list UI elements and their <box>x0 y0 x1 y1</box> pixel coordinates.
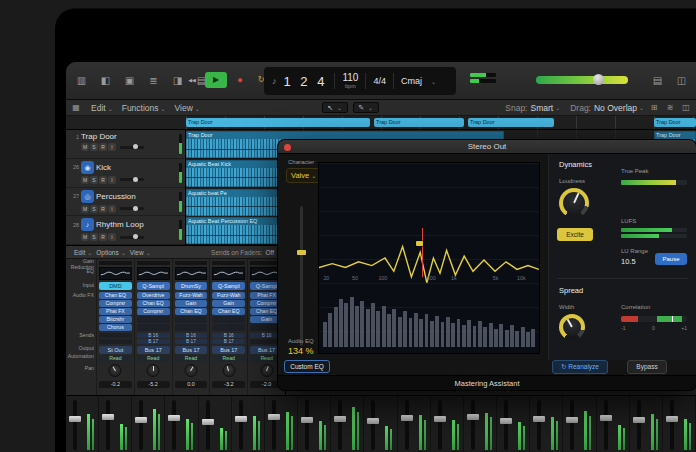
playhead-position[interactable]: 1 2 4 <box>284 74 328 89</box>
fader-handle[interactable] <box>566 417 578 423</box>
track-header[interactable]: 26◉KickMSRI <box>66 159 185 188</box>
menu-edit[interactable]: Edit⌄ <box>91 103 113 113</box>
eq-thumbnail[interactable] <box>99 267 132 280</box>
fader-handle[interactable] <box>434 416 446 422</box>
lcd-display[interactable]: ♪ 1 2 4 110 bpm 4/4 Cmaj ⌄ <box>264 67 456 95</box>
eq-amount-slider[interactable] <box>300 206 303 346</box>
slider-handle[interactable] <box>133 234 138 239</box>
fx-slot[interactable]: Chan EQ <box>175 308 208 315</box>
slider-handle[interactable] <box>133 177 138 182</box>
time-signature[interactable]: 4/4 <box>373 76 386 86</box>
menu-view[interactable]: View⌄ <box>130 249 151 256</box>
send-slot[interactable] <box>99 333 132 338</box>
fx-slot[interactable]: Chan EQ <box>99 292 132 299</box>
tempo-display[interactable]: 110 bpm <box>342 73 358 90</box>
fx-slot[interactable]: Bitcrshr <box>99 316 132 323</box>
output-slot[interactable]: Bus 17 <box>212 346 245 354</box>
master-volume-slider[interactable] <box>536 76 628 84</box>
fx-slot[interactable] <box>212 324 245 331</box>
fader-handle[interactable] <box>666 416 678 422</box>
fx-slot[interactable] <box>137 316 170 323</box>
input-monitor-button[interactable]: I <box>108 233 116 241</box>
timeline-ruler[interactable]: Trap DoorTrap DoorTrap DoorTrap Door <box>66 116 696 130</box>
pan-knob[interactable] <box>260 364 273 377</box>
automation-slot[interactable]: Read <box>99 355 132 362</box>
channel-strip[interactable]: Q-SamplOverdriveChan EQComprsrB 16B 17Bu… <box>134 259 172 396</box>
fx-slot[interactable]: Overdrive <box>137 292 170 299</box>
fx-slot[interactable] <box>212 316 245 323</box>
slider-handle[interactable] <box>133 206 138 211</box>
waveform-zoom-icon[interactable]: ≋ <box>664 101 676 115</box>
track-header[interactable]: 1Trap DoorMSRI <box>66 130 185 159</box>
browser-icon[interactable]: ◫ <box>674 74 689 88</box>
mixer-channel[interactable] <box>66 396 99 452</box>
record-enable-button[interactable]: R <box>99 176 107 184</box>
input-monitor-button[interactable]: I <box>108 143 116 151</box>
audio-eq-value[interactable]: 134 % <box>288 346 314 356</box>
arrangement-marker[interactable]: Trap Door <box>374 118 464 127</box>
fader-handle[interactable] <box>202 419 214 425</box>
slider-handle[interactable] <box>593 74 604 85</box>
menu-options[interactable]: Options⌄ <box>96 249 125 256</box>
mixer-channel[interactable] <box>398 396 431 452</box>
send-slot[interactable]: B 17 <box>212 339 245 344</box>
snap-select[interactable]: Smart <box>530 103 553 113</box>
send-slot[interactable]: B 16 <box>175 333 208 338</box>
fx-slot[interactable] <box>137 324 170 331</box>
fader-handle[interactable] <box>467 414 479 420</box>
fader-handle[interactable] <box>533 416 545 422</box>
excite-button[interactable]: Excite <box>557 228 593 241</box>
width-knob[interactable] <box>559 314 585 340</box>
solo-button[interactable]: S <box>90 233 98 241</box>
pan-knob[interactable] <box>147 364 160 377</box>
mute-button[interactable]: M <box>81 205 89 213</box>
arrangement-marker[interactable]: Trap Door <box>186 118 370 127</box>
mixer-channel[interactable] <box>530 396 563 452</box>
solo-button[interactable]: S <box>90 143 98 151</box>
mixer-channel[interactable] <box>497 396 530 452</box>
fader-handle[interactable] <box>168 415 180 421</box>
record-enable-button[interactable]: R <box>99 233 107 241</box>
fader-handle[interactable] <box>367 418 379 424</box>
mixer-channel[interactable] <box>165 396 198 452</box>
fx-slot[interactable] <box>175 316 208 323</box>
automation-slot[interactable]: Read <box>175 355 208 362</box>
reanalyze-button[interactable]: ↻ Reanalyze <box>552 360 608 374</box>
mute-button[interactable]: M <box>81 176 89 184</box>
fx-slot[interactable]: Comprsr <box>99 300 132 307</box>
bypass-button[interactable]: Bypass <box>627 360 667 374</box>
send-slot[interactable]: B 16 <box>137 333 170 338</box>
automation-slot[interactable]: Read <box>137 355 170 362</box>
play-button[interactable]: ▶ <box>205 72 227 88</box>
send-slot[interactable] <box>99 339 132 344</box>
mixer-channel[interactable] <box>431 396 464 452</box>
drag-select[interactable]: No Overlap <box>594 103 637 113</box>
fader-handle[interactable] <box>69 416 81 422</box>
menu-functions[interactable]: Functions⌄ <box>122 103 166 113</box>
solo-button[interactable]: S <box>90 205 98 213</box>
pan-knob[interactable] <box>222 364 235 377</box>
channel-strip[interactable]: Q-SamplFuzz-WahGainChan EQB 16B 17Bus 17… <box>209 259 247 396</box>
mixer-channel[interactable] <box>663 396 696 452</box>
fader-handle[interactable] <box>102 414 114 420</box>
browser-icon[interactable]: ◫ <box>680 101 692 115</box>
fader-handle[interactable] <box>401 415 413 421</box>
sends-on-faders-select[interactable]: Off <box>265 249 274 256</box>
arrangement-marker[interactable]: Trap Door <box>654 118 696 127</box>
channel-strip[interactable]: DMDChan EQComprsrPhat FXBitcrshrChorusSt… <box>96 259 134 396</box>
output-slot[interactable]: St Out <box>99 346 132 354</box>
fx-slot[interactable]: Comprsr <box>137 308 170 315</box>
input-slot[interactable]: Q-Sampl <box>212 282 245 290</box>
fx-slot[interactable]: Fuzz-Wah <box>175 292 208 299</box>
fx-slot[interactable]: Phat FX <box>99 308 132 315</box>
pointer-tool-select[interactable]: ↖ ⌄ <box>322 102 348 113</box>
input-monitor-button[interactable]: I <box>108 176 116 184</box>
record-button[interactable]: ● <box>232 72 248 88</box>
track-volume-slider[interactable] <box>120 236 144 239</box>
solo-button[interactable]: S <box>90 176 98 184</box>
slider-handle[interactable] <box>297 250 306 255</box>
custom-eq-button[interactable]: Custom EQ <box>284 360 330 373</box>
fader-handle[interactable] <box>301 417 313 423</box>
mixer-icon[interactable]: ≣ <box>146 74 161 88</box>
mute-button[interactable]: M <box>81 233 89 241</box>
